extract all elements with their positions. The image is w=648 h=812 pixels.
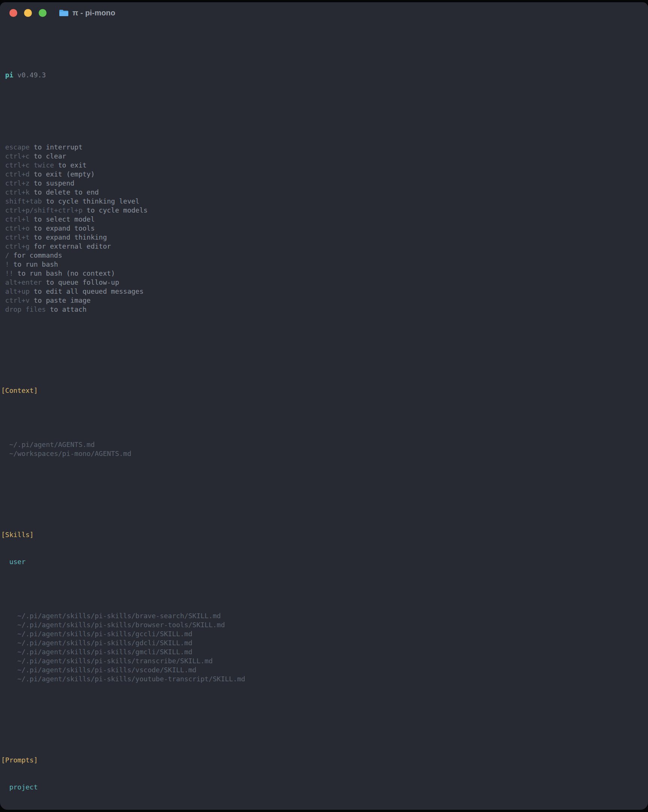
shortcut-description: to expand tools: [34, 224, 95, 232]
skill-file-path: ~/.pi/agent/skills/pi-skills/browser-too…: [0, 620, 648, 629]
close-button[interactable]: [9, 9, 17, 17]
folder-icon: [59, 9, 69, 17]
shortcut-help-line: ctrl+vto paste image: [0, 296, 648, 305]
shortcut-description: to expand thinking: [34, 233, 107, 241]
skill-file-path: ~/.pi/agent/skills/pi-skills/gmcli/SKILL…: [0, 647, 648, 656]
shortcut-help-line: ctrl+cto clear: [0, 152, 648, 161]
shortcut-description: to clear: [34, 152, 66, 160]
context-file-path: ~/.pi/agent/AGENTS.md: [0, 440, 648, 449]
skills-section-header: [Skills]: [0, 530, 648, 539]
shortcut-help-line: escapeto interrupt: [0, 143, 648, 152]
prompts-scope-label: project: [0, 783, 648, 792]
version-line: piv0.49.3: [0, 70, 648, 79]
shortcut-description: to exit (empty): [34, 170, 95, 178]
window-title: π - pi-mono: [72, 9, 115, 17]
prompts-section-header: [Prompts]: [0, 756, 648, 765]
shortcut-description: to cycle thinking level: [46, 197, 139, 205]
shortcut-description: to interrupt: [34, 143, 82, 151]
shortcut-help-line: ctrl+c twiceto exit: [0, 161, 648, 170]
shortcut-help-list: escapeto interruptctrl+cto clearctrl+c t…: [0, 116, 648, 314]
shortcut-keys: drop files: [5, 305, 46, 313]
shortcut-help-line: !to run bash: [0, 260, 648, 269]
shortcut-help-line: alt+upto edit all queued messages: [0, 287, 648, 296]
shortcut-keys: /: [5, 251, 9, 259]
shortcut-description: to cycle models: [87, 206, 148, 214]
shortcut-help-line: shift+tabto cycle thinking level: [0, 197, 648, 206]
shortcut-help-line: drop filesto attach: [0, 305, 648, 314]
shortcut-description: to paste image: [34, 296, 91, 304]
app-version: v0.49.3: [17, 71, 46, 79]
shortcut-description: to delete to end: [34, 188, 99, 196]
shortcut-help-line: ctrl+lto select model: [0, 215, 648, 224]
shortcut-help-line: ctrl+oto expand tools: [0, 224, 648, 233]
context-section-header: [Context]: [0, 386, 648, 395]
shortcut-keys: ctrl+l: [5, 215, 30, 223]
shortcut-keys: ctrl+c twice: [5, 161, 54, 169]
shortcut-keys: ctrl+g: [5, 242, 30, 250]
shortcut-keys: escape: [5, 143, 30, 151]
shortcut-keys: !!: [5, 269, 14, 277]
shortcut-keys: ctrl+p/shift+ctrl+p: [5, 206, 82, 214]
shortcut-keys: alt+enter: [5, 278, 42, 286]
shortcut-help-line: ctrl+kto delete to end: [0, 188, 648, 197]
shortcut-keys: ctrl+o: [5, 224, 30, 232]
skill-file-path: ~/.pi/agent/skills/pi-skills/brave-searc…: [0, 611, 648, 620]
terminal-window: π - pi-mono piv0.49.3 escapeto interrupt…: [0, 2, 648, 810]
shortcut-help-line: alt+enterto queue follow-up: [0, 278, 648, 287]
context-file-path: ~/workspaces/pi-mono/AGENTS.md: [0, 449, 648, 458]
shortcut-description: for commands: [14, 251, 63, 259]
shortcut-description: for external editor: [34, 242, 111, 250]
shortcut-description: to run bash (no context): [17, 269, 115, 277]
shortcut-keys: alt+up: [5, 287, 30, 295]
shortcut-keys: ctrl+k: [5, 188, 30, 196]
shortcut-help-line: ctrl+zto suspend: [0, 179, 648, 188]
shortcut-description: to attach: [50, 305, 87, 313]
shortcut-help-line: ctrl+tto expand thinking: [0, 233, 648, 242]
shortcut-help-line: ctrl+gfor external editor: [0, 242, 648, 251]
shortcut-keys: !: [5, 260, 9, 268]
shortcut-help-line: /for commands: [0, 251, 648, 260]
shortcut-description: to run bash: [14, 260, 58, 268]
skill-file-path: ~/.pi/agent/skills/pi-skills/vscode/SKIL…: [0, 665, 648, 675]
window-titlebar: π - pi-mono: [0, 2, 648, 23]
skill-file-path: ~/.pi/agent/skills/pi-skills/youtube-tra…: [0, 675, 648, 684]
shortcut-help-line: ctrl+p/shift+ctrl+pto cycle models: [0, 206, 648, 215]
traffic-lights: [9, 9, 47, 17]
skills-file-list: ~/.pi/agent/skills/pi-skills/brave-searc…: [0, 585, 648, 684]
shortcut-description: to edit all queued messages: [34, 287, 144, 295]
shortcut-help-line: ctrl+dto exit (empty): [0, 170, 648, 179]
shortcut-description: to queue follow-up: [46, 278, 119, 286]
shortcut-description: to exit: [58, 161, 87, 169]
minimize-button[interactable]: [24, 9, 32, 17]
shortcut-keys: ctrl+z: [5, 179, 30, 187]
skill-file-path: ~/.pi/agent/skills/pi-skills/gccli/SKILL…: [0, 629, 648, 638]
shortcut-keys: ctrl+t: [5, 233, 30, 241]
skills-scope-label: user: [0, 557, 648, 566]
shortcut-keys: shift+tab: [5, 197, 42, 205]
app-name: pi: [5, 71, 14, 79]
zoom-button[interactable]: [39, 9, 47, 17]
shortcut-description: to select model: [34, 215, 95, 223]
shortcut-keys: ctrl+c: [5, 152, 30, 160]
context-file-list: ~/.pi/agent/AGENTS.md~/workspaces/pi-mon…: [0, 413, 648, 458]
shortcut-help-line: !!to run bash (no context): [0, 269, 648, 278]
skill-file-path: ~/.pi/agent/skills/pi-skills/transcribe/…: [0, 656, 648, 665]
shortcut-keys: ctrl+v: [5, 296, 30, 304]
skill-file-path: ~/.pi/agent/skills/pi-skills/gdcli/SKILL…: [0, 638, 648, 647]
shortcut-keys: ctrl+d: [5, 170, 30, 178]
shortcut-description: to suspend: [34, 179, 74, 187]
